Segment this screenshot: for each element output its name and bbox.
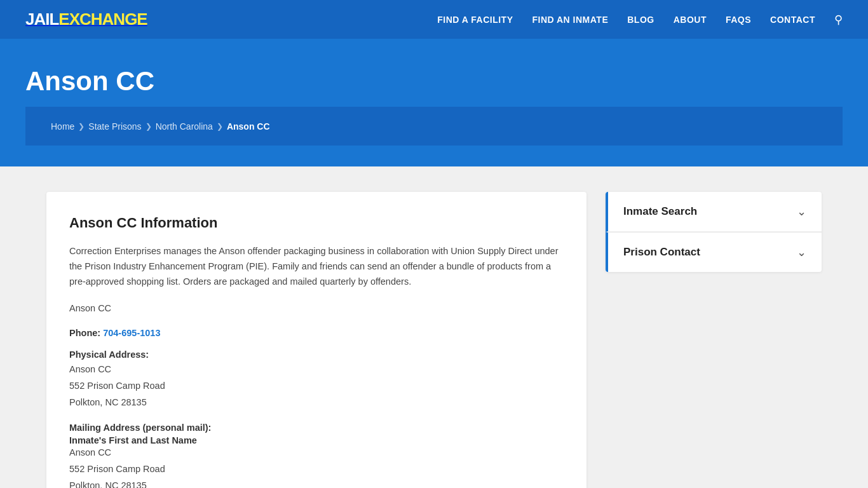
sidebar-inmate-search[interactable]: Inmate Search ⌄ — [606, 192, 822, 232]
nav-faqs[interactable]: FAQs — [726, 15, 751, 25]
logo-jail: JAIL — [25, 10, 58, 29]
phone-link[interactable]: 704-695-1013 — [103, 328, 160, 338]
nav-find-facility[interactable]: FIND A FACILITY — [437, 15, 513, 25]
nav-links: FIND A FACILITY FIND AN INMATE BLOG ABOU… — [437, 13, 843, 27]
mailing-address-line-3: Polkton, NC 28135 — [69, 478, 564, 488]
physical-address-line-3: Polkton, NC 28135 — [69, 395, 564, 410]
prison-contact-label: Prison Contact — [623, 246, 700, 259]
chevron-down-icon-1: ⌄ — [797, 205, 806, 219]
content-card: Anson CC Information Correction Enterpri… — [46, 192, 587, 488]
page-title: Anson CC — [25, 66, 843, 97]
physical-address-label: Physical Address: — [69, 349, 564, 360]
content-title: Anson CC Information — [69, 215, 564, 231]
phone-line: Phone: 704-695-1013 — [69, 328, 564, 338]
mailing-address-section: Mailing Address (personal mail): Inmate'… — [69, 423, 564, 488]
mailing-address-label: Mailing Address (personal mail): — [69, 423, 564, 433]
main-container: Anson CC Information Correction Enterpri… — [21, 166, 847, 488]
breadcrumb-home[interactable]: Home — [51, 121, 74, 132]
search-icon[interactable]: ⚲ — [834, 13, 843, 27]
breadcrumb-sep-2: ❯ — [146, 122, 152, 131]
breadcrumb-current: Anson CC — [227, 121, 270, 132]
nav-about[interactable]: ABOUT — [674, 15, 707, 25]
logo[interactable]: JAILEXCHANGE — [25, 10, 147, 29]
nav-find-inmate[interactable]: FIND AN INMATE — [532, 15, 608, 25]
content-body: Correction Enterprises manages the Anson… — [69, 244, 564, 488]
sidebar-wrapper: Inmate Search ⌄ Prison Contact ⌄ — [606, 192, 822, 272]
physical-address-line-2: 552 Prison Camp Road — [69, 379, 564, 394]
phone-label: Phone: — [69, 328, 100, 338]
nav-contact[interactable]: CONTACT — [770, 15, 815, 25]
breadcrumb: Home ❯ State Prisons ❯ North Carolina ❯ … — [25, 107, 843, 147]
breadcrumb-sep-3: ❯ — [217, 122, 223, 131]
physical-address-line-1: Anson CC — [69, 362, 564, 377]
sidebar: Inmate Search ⌄ Prison Contact ⌄ — [606, 192, 822, 272]
mailing-address-line-1: Anson CC — [69, 445, 564, 461]
hero-section: Anson CC Home ❯ State Prisons ❯ North Ca… — [0, 41, 868, 166]
navbar: JAILEXCHANGE FIND A FACILITY FIND AN INM… — [0, 0, 868, 41]
physical-address-section: Physical Address: Anson CC 552 Prison Ca… — [69, 349, 564, 410]
chevron-down-icon-2: ⌄ — [797, 245, 806, 259]
mailing-address-sub: Inmate's First and Last Name — [69, 435, 564, 445]
breadcrumb-north-carolina[interactable]: North Carolina — [156, 121, 213, 132]
logo-exchange: EXCHANGE — [58, 10, 147, 29]
breadcrumb-state-prisons[interactable]: State Prisons — [88, 121, 141, 132]
mailing-address-line-2: 552 Prison Camp Road — [69, 462, 564, 477]
breadcrumb-sep-1: ❯ — [78, 122, 85, 131]
content-facility-name: Anson CC — [69, 301, 564, 316]
content-description: Correction Enterprises manages the Anson… — [69, 244, 564, 290]
sidebar-prison-contact[interactable]: Prison Contact ⌄ — [606, 232, 822, 272]
inmate-search-label: Inmate Search — [623, 205, 697, 218]
nav-blog[interactable]: BLOG — [627, 15, 654, 25]
